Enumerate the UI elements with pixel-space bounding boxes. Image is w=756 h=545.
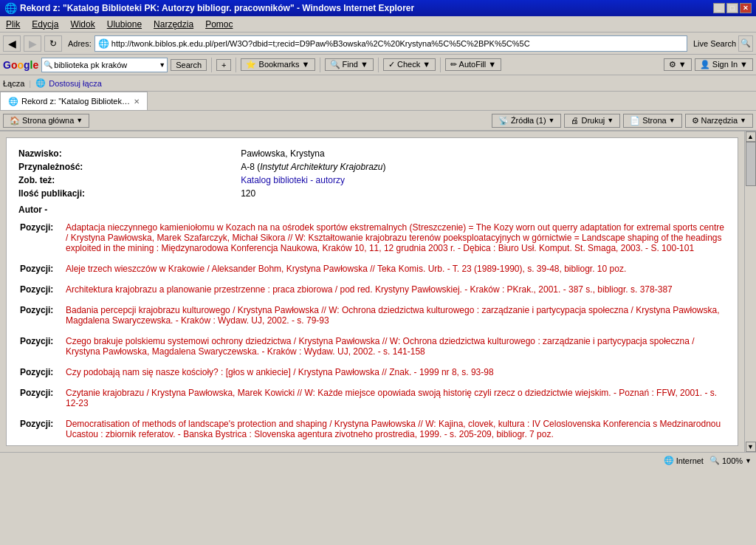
zob-link[interactable]: Katalog biblioteki - autorzy bbox=[241, 175, 345, 185]
window-title: Rekord z: "Katalog Biblioteki PK: Autorz… bbox=[20, 3, 414, 13]
pos-link-7[interactable]: Democratisation of methods of landscape'… bbox=[66, 419, 721, 439]
title-bar-left: 🌐 Rekord z: "Katalog Biblioteki PK: Auto… bbox=[4, 2, 414, 14]
internet-icon: 🌐 bbox=[664, 456, 674, 465]
customize-links[interactable]: Dostosuj łącza bbox=[49, 79, 102, 88]
home-dropdown-icon[interactable]: ▼ bbox=[76, 117, 83, 124]
print-dropdown-icon[interactable]: ▼ bbox=[607, 117, 614, 124]
menu-favorites[interactable]: Ulubione bbox=[104, 18, 145, 31]
pos-link-3[interactable]: Badania percepcji krajobrazu kulturowego… bbox=[66, 305, 720, 326]
main-toolbar: ◀ ▶ ↻ Adres: 🌐 Live Search 🔍 bbox=[0, 32, 756, 55]
search-button[interactable]: 🔍 bbox=[738, 35, 753, 52]
internet-zone: 🌐 Internet bbox=[664, 456, 704, 465]
scrollbar[interactable]: ▲ ▼ bbox=[744, 131, 756, 452]
address-bar[interactable]: 🌐 bbox=[94, 35, 687, 52]
tools-button[interactable]: ⚙ Narzędzia ▼ bbox=[685, 114, 753, 128]
page-dropdown-icon[interactable]: ▼ bbox=[669, 117, 676, 124]
refresh-button[interactable]: ↻ bbox=[44, 35, 62, 52]
zoom-dropdown-icon[interactable]: ▼ bbox=[745, 457, 752, 465]
google-search-icon: 🔍 bbox=[44, 61, 52, 69]
settings-button[interactable]: ⚙ ▼ bbox=[664, 58, 692, 71]
address-input[interactable] bbox=[111, 39, 684, 48]
menu-edit[interactable]: Edycja bbox=[29, 18, 61, 31]
tab-0[interactable]: 🌐 Rekord z: "Katalog Biblioteki PK: Auto… bbox=[0, 92, 148, 110]
sources-button[interactable]: 📡 Źródła (1) ▼ bbox=[492, 114, 562, 128]
signin-button[interactable]: 👤 Sign In ▼ bbox=[695, 58, 753, 71]
nav-bar-right: 📡 Źródła (1) ▼ 🖨 Drukuj ▼ 📄 Strona ▼ ⚙ N… bbox=[492, 114, 753, 128]
google-logo: Google bbox=[3, 59, 38, 71]
pos-value-1: Aleje trzech wieszczów w Krakowie / Alek… bbox=[66, 262, 724, 275]
menu-tools[interactable]: Narzędzia bbox=[151, 18, 196, 31]
pos-label-5: Pozycji: bbox=[20, 366, 64, 379]
pos-link-6[interactable]: Czytanie krajobrazu / Krystyna Pawłowska… bbox=[66, 388, 717, 408]
positions-list: Pozycji: Adaptacja nieczynnego kamienioł… bbox=[18, 219, 726, 446]
field-zob: Zob. też: Katalog biblioteki - autorzy bbox=[18, 174, 726, 187]
pos-label-2: Pozycji: bbox=[20, 283, 64, 296]
scroll-thumb[interactable] bbox=[746, 142, 756, 186]
print-button[interactable]: 🖨 Drukuj ▼ bbox=[564, 114, 620, 128]
status-bar: 🌐 Internet 🔍 100% ▼ bbox=[0, 452, 756, 468]
position-6: Pozycji: Czytanie krajobrazu / Krystyna … bbox=[18, 385, 726, 411]
minimize-button[interactable]: _ bbox=[713, 3, 725, 13]
find-button[interactable]: 🔍 Find ▼ bbox=[325, 58, 374, 71]
przynaleznosc-value: A-8 (Instytut Architektury Krajobrazu) bbox=[241, 160, 726, 174]
close-button[interactable]: ✕ bbox=[740, 3, 752, 13]
tab-close-0[interactable]: ✕ bbox=[134, 97, 140, 106]
zoom-control[interactable]: 🔍 100% ▼ bbox=[709, 456, 752, 465]
pos-link-2[interactable]: Architektura krajobrazu a planowanie prz… bbox=[66, 284, 673, 295]
pos-label-4: Pozycji: bbox=[20, 335, 64, 358]
pos-link-4[interactable]: Czego brakuje polskiemu systemowi ochron… bbox=[66, 336, 695, 357]
przynaleznosc-label: Przynależność: bbox=[18, 160, 241, 174]
rss-icon: 📡 bbox=[498, 116, 509, 126]
ilosc-value: 120 bbox=[241, 187, 726, 200]
zone-label: Internet bbox=[676, 456, 704, 465]
google-dropdown-icon[interactable]: ▼ bbox=[159, 61, 165, 69]
menu-view[interactable]: Widok bbox=[67, 18, 97, 31]
zob-value: Katalog biblioteki - autorzy bbox=[241, 174, 726, 187]
google-search-box[interactable]: 🔍 ▼ bbox=[41, 58, 168, 72]
pos-value-2: Architektura krajobrazu a planowanie prz… bbox=[66, 283, 724, 296]
position-1: Pozycji: Aleje trzech wieszczów w Krakow… bbox=[18, 261, 726, 277]
tools-icon: ⚙ bbox=[692, 116, 699, 126]
sources-dropdown-icon[interactable]: ▼ bbox=[549, 117, 555, 124]
menu-file[interactable]: Plik bbox=[3, 18, 23, 31]
separator-1 bbox=[211, 58, 212, 72]
position-3: Pozycji: Badania percepcji krajobrazu ku… bbox=[18, 302, 726, 329]
google-toolbar: Google 🔍 ▼ Search + ⭐ Bookmarks ▼ 🔍 Find… bbox=[0, 55, 756, 75]
menu-bar: Plik Edycja Widok Ulubione Narzędzia Pom… bbox=[0, 16, 756, 32]
status-right: 🌐 Internet 🔍 100% ▼ bbox=[664, 456, 752, 465]
zoom-icon: 🔍 bbox=[709, 456, 720, 465]
autofill-button[interactable]: ✏ AutoFill ▼ bbox=[445, 58, 501, 71]
pos-link-1[interactable]: Aleje trzech wieszczów w Krakowie / Alek… bbox=[66, 264, 626, 274]
pos-link-0[interactable]: Adaptacja nieczynnego kamieniołomu w Koz… bbox=[66, 222, 724, 253]
back-button[interactable]: ◀ bbox=[3, 35, 21, 52]
maximize-button[interactable]: □ bbox=[726, 3, 738, 13]
ie-page-icon: 🌐 bbox=[98, 38, 109, 49]
page-button[interactable]: 📄 Strona ▼ bbox=[623, 114, 681, 128]
record-table: Nazwisko: Pawłowska, Krystyna Przynależn… bbox=[18, 147, 726, 200]
autor-label: Autor bbox=[18, 205, 42, 215]
navigation-bar: 🏠 Strona główna ▼ 📡 Źródła (1) ▼ 🖨 Druku… bbox=[0, 111, 756, 131]
forward-button[interactable]: ▶ bbox=[24, 35, 41, 52]
add-button[interactable]: + bbox=[216, 59, 231, 71]
title-bar-controls[interactable]: _ □ ✕ bbox=[713, 3, 752, 13]
nazwisko-label: Nazwisko: bbox=[18, 147, 241, 160]
field-ilosc: Ilość publikacji: 120 bbox=[18, 187, 726, 200]
title-bar: 🌐 Rekord z: "Katalog Biblioteki PK: Auto… bbox=[0, 0, 756, 16]
pos-label-7: Pozycji: bbox=[20, 417, 64, 441]
bookmarks-button[interactable]: ⭐ Bookmarks ▼ bbox=[241, 58, 315, 71]
przynaleznosc-institute: Instytut Architektury Krajobrazu bbox=[260, 162, 382, 172]
separator-3 bbox=[320, 58, 320, 72]
tools-dropdown-icon[interactable]: ▼ bbox=[740, 117, 746, 124]
separator-4 bbox=[378, 58, 379, 72]
pos-link-5[interactable]: Czy podobają nam się nasze kościoły? : [… bbox=[66, 367, 494, 377]
scroll-up-button[interactable]: ▲ bbox=[746, 131, 756, 142]
menu-help[interactable]: Pomoc bbox=[202, 18, 236, 31]
scroll-down-button[interactable]: ▼ bbox=[746, 442, 756, 452]
home-button[interactable]: 🏠 Strona główna ▼ bbox=[3, 114, 89, 128]
google-search-input[interactable] bbox=[54, 61, 157, 69]
scroll-track[interactable] bbox=[746, 142, 756, 442]
ie-icon: 🌐 bbox=[4, 2, 17, 14]
tab-icon-0: 🌐 bbox=[8, 97, 18, 106]
check-button[interactable]: ✓ Check ▼ bbox=[383, 58, 436, 71]
google-search-button[interactable]: Search bbox=[171, 59, 207, 71]
